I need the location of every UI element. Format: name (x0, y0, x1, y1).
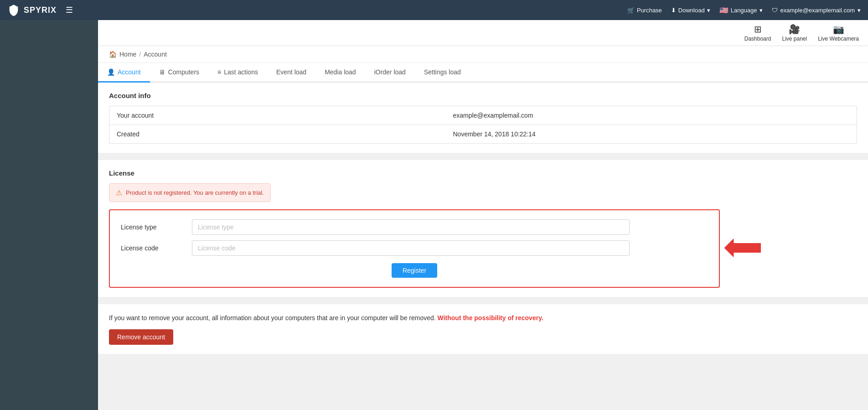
license-code-row: License code (121, 240, 708, 256)
breadcrumb: 🏠 Home / Account (98, 46, 868, 63)
language-link[interactable]: 🇺🇸 Language ▾ (719, 6, 763, 15)
tab-computers[interactable]: 🖥 Computers (150, 63, 208, 83)
tab-account[interactable]: 👤 Account (98, 63, 150, 83)
license-code-input[interactable] (192, 240, 630, 256)
breadcrumb-home[interactable]: Home (119, 51, 136, 58)
webcamera-icon: 📷 (833, 24, 844, 35)
menu-icon[interactable]: ☰ (66, 5, 73, 15)
navbar: SPYRIX ☰ 🛒 Purchase ⬇ Download ▾ 🇺🇸 Lang… (0, 0, 868, 20)
your-account-label: Your account (109, 106, 446, 125)
tabs-bar: 👤 Account 🖥 Computers ≡ Last actions Eve… (98, 63, 868, 83)
account-info-title: Account info (109, 92, 857, 99)
tab-last-actions[interactable]: ≡ Last actions (208, 63, 267, 83)
trial-warning-box: ⚠ Product is not registered. You are cur… (109, 183, 271, 202)
tab-event-load[interactable]: Event load (267, 63, 315, 83)
created-label: Created (109, 125, 446, 144)
remove-account-section: If you want to remove your account, all … (98, 304, 868, 354)
last-actions-icon: ≡ (217, 68, 221, 76)
live-webcamera-link[interactable]: 📷 Live Webcamera (818, 24, 859, 42)
purchase-link[interactable]: 🛒 Purchase (627, 7, 662, 14)
arrow-icon (724, 239, 761, 257)
dashboard-icon: ⊞ (754, 24, 762, 35)
user-dropdown-icon: ▾ (858, 7, 861, 14)
content-area: ⊞ Dashboard 🎥 Live panel 📷 Live Webcamer… (98, 20, 868, 410)
computers-tab-icon: 🖥 (159, 68, 165, 76)
created-value: November 14, 2018 10:22:14 (446, 125, 857, 144)
table-row: Your account example@examplemail.com (109, 106, 857, 125)
license-type-row: License type (121, 219, 708, 235)
license-title: License (109, 169, 857, 177)
warning-icon: ⚠ (116, 188, 122, 197)
home-icon: 🏠 (109, 51, 117, 58)
svg-marker-0 (724, 239, 761, 257)
remove-warning-text: If you want to remove your account, all … (109, 313, 857, 323)
account-info-table: Your account example@examplemail.com Cre… (109, 106, 857, 144)
download-icon: ⬇ (671, 7, 676, 14)
user-menu[interactable]: 🛡 example@examplemail.com ▾ (772, 7, 861, 14)
user-shield-icon: 🛡 (772, 7, 778, 14)
tab-iorder-load[interactable]: iOrder load (365, 63, 415, 83)
lang-dropdown-icon: ▾ (760, 7, 763, 14)
license-type-input[interactable] (192, 219, 630, 235)
your-account-value: example@examplemail.com (446, 106, 857, 125)
license-section: License ⚠ Product is not registered. You… (98, 160, 868, 297)
account-info-section: Account info Your account example@exampl… (98, 83, 868, 153)
dashboard-link[interactable]: ⊞ Dashboard (744, 24, 771, 42)
flag-icon: 🇺🇸 (719, 6, 728, 15)
download-link[interactable]: ⬇ Download ▾ (671, 7, 710, 14)
breadcrumb-separator: / (139, 51, 141, 58)
purchase-icon: 🛒 (627, 7, 635, 14)
dropdown-arrow-icon: ▾ (707, 7, 710, 14)
remove-warning-highlight: Without the possibility of recovery. (438, 314, 543, 322)
brand-logo[interactable]: SPYRIX (7, 4, 57, 16)
main-layout: ⊞ Dashboard 🎥 Live panel 📷 Live Webcamer… (0, 20, 868, 410)
trial-warning-text: Product is not registered. You are curre… (126, 189, 264, 196)
tab-media-load[interactable]: Media load (315, 63, 365, 83)
shield-icon (7, 4, 20, 16)
brand-name: SPYRIX (24, 5, 57, 15)
table-row: Created November 14, 2018 10:22:14 (109, 125, 857, 144)
sidebar (0, 20, 98, 410)
remove-account-button[interactable]: Remove account (109, 329, 173, 345)
live-panel-link[interactable]: 🎥 Live panel (782, 24, 807, 42)
register-button[interactable]: Register (392, 263, 437, 278)
breadcrumb-current: Account (144, 51, 167, 58)
license-code-label: License code (121, 244, 185, 252)
arrow-annotation (724, 239, 761, 259)
top-bar: ⊞ Dashboard 🎥 Live panel 📷 Live Webcamer… (98, 20, 868, 46)
license-form-box: License type License code Register (109, 209, 720, 288)
license-type-label: License type (121, 223, 185, 231)
tab-settings-load[interactable]: Settings load (415, 63, 470, 83)
account-tab-icon: 👤 (107, 68, 115, 76)
live-panel-icon: 🎥 (789, 24, 800, 35)
navbar-right: 🛒 Purchase ⬇ Download ▾ 🇺🇸 Language ▾ 🛡 … (627, 6, 861, 15)
